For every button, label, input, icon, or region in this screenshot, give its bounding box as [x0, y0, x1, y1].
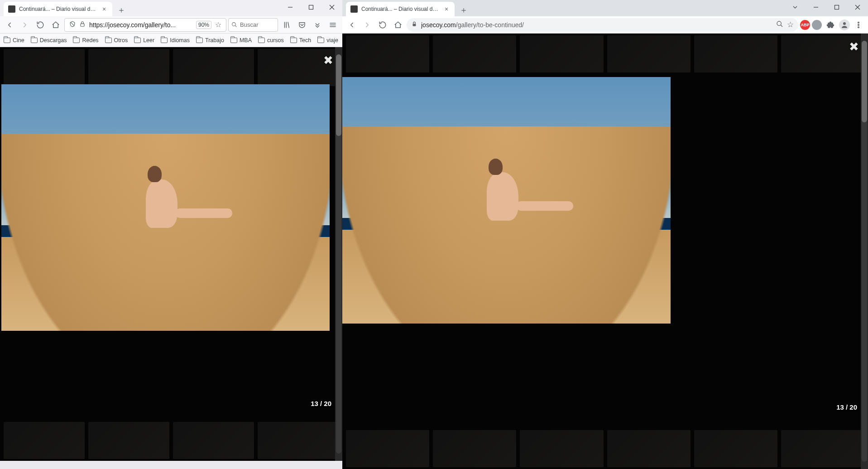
window-close-button[interactable]	[321, 0, 342, 15]
extensions-button[interactable]	[824, 18, 837, 32]
folder-icon	[317, 38, 324, 43]
svg-point-23	[858, 24, 859, 25]
tab-close-button[interactable]: ×	[443, 5, 450, 13]
new-tab-button[interactable]: ＋	[457, 4, 470, 16]
window-close-button[interactable]	[847, 0, 868, 15]
bookmark-folder[interactable]: Descargas	[31, 37, 67, 44]
gallery-thumbnail[interactable]	[781, 430, 864, 467]
bookmark-label: cursos	[267, 37, 284, 44]
bookmark-folder[interactable]: Cine	[4, 37, 24, 44]
extension-abp-icon[interactable]: ABP	[800, 20, 810, 30]
bookmark-folder[interactable]: Trabajo	[196, 37, 224, 44]
gallery-thumbnail[interactable]	[88, 49, 169, 86]
gallery-thumbnail[interactable]	[4, 422, 85, 459]
window-maximize-button[interactable]	[301, 0, 321, 15]
lightbox-close-button[interactable]: ✖	[849, 40, 859, 54]
bookmark-folder[interactable]: viaje	[317, 37, 338, 44]
bookmark-folder[interactable]: cursos	[258, 37, 284, 44]
search-placeholder: Buscar	[240, 21, 258, 28]
bookmark-folder[interactable]: Leer	[134, 37, 154, 44]
browser-tab[interactable]: Continuará... – Diario visual de Jo... ×	[346, 2, 455, 16]
svg-rect-18	[413, 24, 416, 26]
gallery-thumbnail[interactable]	[173, 49, 254, 86]
nav-forward-button[interactable]	[360, 18, 374, 32]
lightbox-close-button[interactable]: ✖	[323, 53, 333, 68]
lightbox-photo[interactable]	[342, 77, 671, 324]
scrollbar-thumb[interactable]	[862, 41, 867, 122]
gallery-thumbnail[interactable]	[607, 430, 691, 467]
svg-point-24	[858, 26, 859, 28]
tab-close-button[interactable]: ×	[101, 5, 108, 13]
app-menu-button[interactable]	[326, 18, 340, 32]
bookmark-folder[interactable]: Tech	[290, 37, 311, 44]
scrollbar-thumb[interactable]	[336, 54, 341, 136]
bookmark-label: Descargas	[40, 37, 67, 44]
nav-reload-button[interactable]	[376, 18, 389, 32]
bookmark-star-icon[interactable]: ☆	[787, 20, 794, 29]
svg-line-10	[288, 22, 289, 28]
bookmark-folder[interactable]: Otros	[105, 37, 128, 44]
address-bar[interactable]: https://josecoy.com/gallery/to... 90% ☆	[64, 18, 226, 32]
gallery-thumbnail[interactable]	[520, 430, 603, 467]
app-menu-button[interactable]	[852, 18, 865, 32]
address-bar[interactable]: josecoy.com/gallery/to-be-continued/ ☆	[407, 18, 798, 32]
window-minimize-button[interactable]	[280, 0, 301, 15]
gallery-thumbnail[interactable]	[346, 35, 429, 73]
gallery-thumbnail[interactable]	[433, 35, 516, 73]
nav-home-button[interactable]	[49, 18, 62, 32]
vertical-scrollbar[interactable]	[335, 47, 342, 461]
gallery-thumbnail[interactable]	[258, 422, 339, 459]
tab-strip: Continuará... – Diario visual de Jo... ×…	[342, 0, 868, 16]
nav-back-button[interactable]	[3, 18, 16, 32]
overflow-button[interactable]	[311, 18, 324, 32]
gallery-thumbnail[interactable]	[88, 422, 169, 459]
bookmark-folder[interactable]: Idiomas	[161, 37, 190, 44]
pocket-button[interactable]	[295, 18, 309, 32]
page-content: ✖ 13 / 20	[0, 47, 342, 461]
nav-reload-button[interactable]	[34, 18, 47, 32]
bookmark-star-icon[interactable]: ☆	[215, 20, 221, 29]
toolbar: https://josecoy.com/gallery/to... 90% ☆ …	[0, 16, 342, 34]
zoom-icon[interactable]	[776, 20, 783, 29]
svg-line-4	[71, 22, 74, 26]
browser-tab[interactable]: Continuará... – Diario visual de ... ×	[4, 2, 112, 16]
extension-icon[interactable]	[812, 20, 822, 30]
svg-line-20	[781, 25, 782, 27]
gallery-thumbnail[interactable]	[173, 422, 254, 459]
bookmark-folder[interactable]: MBA	[230, 37, 252, 44]
lightbox-photo[interactable]	[1, 84, 330, 331]
bookmark-label: Trabajo	[205, 37, 224, 44]
svg-rect-15	[835, 5, 839, 10]
search-bar[interactable]: Buscar	[228, 18, 278, 32]
nav-back-button[interactable]	[345, 18, 359, 32]
gallery-thumbnail[interactable]	[694, 35, 777, 73]
bookmark-folder[interactable]: Redes	[73, 37, 98, 44]
bookmark-label: Otros	[114, 37, 128, 44]
svg-point-6	[232, 23, 236, 26]
vertical-scrollbar[interactable]	[861, 34, 868, 469]
folder-icon	[258, 38, 265, 43]
nav-forward-button[interactable]	[18, 18, 32, 32]
gallery-thumbnail[interactable]	[4, 49, 85, 86]
zoom-badge[interactable]: 90%	[196, 21, 211, 29]
folder-icon	[230, 38, 237, 43]
gallery-thumbnail[interactable]	[607, 35, 691, 73]
bookmark-label: viaje	[326, 37, 338, 44]
window-maximize-button[interactable]	[826, 0, 847, 15]
new-tab-button[interactable]: ＋	[115, 4, 128, 16]
gallery-thumbnail[interactable]	[433, 430, 516, 467]
bookmark-label: Idiomas	[170, 37, 190, 44]
gallery-thumbnail[interactable]	[520, 35, 603, 73]
favicon-icon	[350, 5, 358, 13]
window-controls	[280, 0, 342, 16]
gallery-thumbnail[interactable]	[346, 430, 429, 467]
chevron-down-icon[interactable]	[785, 0, 806, 15]
folder-icon	[196, 38, 203, 43]
nav-home-button[interactable]	[391, 18, 405, 32]
toolbar: josecoy.com/gallery/to-be-continued/ ☆ A…	[342, 16, 868, 34]
bookmark-label: MBA	[240, 37, 252, 44]
window-minimize-button[interactable]	[806, 0, 826, 15]
library-button[interactable]	[280, 18, 293, 32]
profile-avatar-button[interactable]	[839, 19, 850, 30]
gallery-thumbnail[interactable]	[694, 430, 777, 467]
